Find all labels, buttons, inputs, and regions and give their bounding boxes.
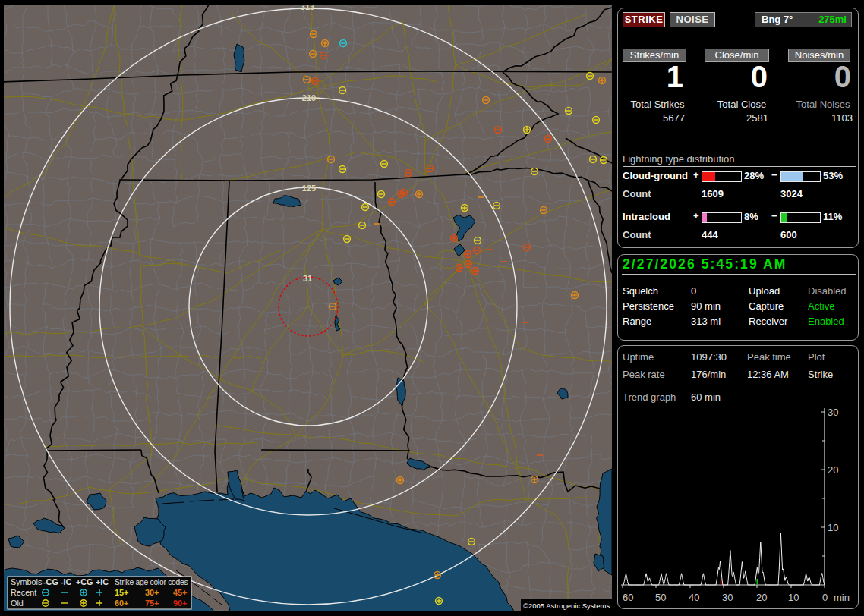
svg-text:60+: 60+ <box>115 599 128 608</box>
svg-text:Old: Old <box>11 599 24 608</box>
svg-text:30: 30 <box>828 407 838 418</box>
svg-text:60: 60 <box>623 592 633 603</box>
svg-text:90+: 90+ <box>173 599 187 608</box>
svg-text:-CG: -CG <box>43 577 58 586</box>
svg-text:©2005 Astrogenic Systems: ©2005 Astrogenic Systems <box>523 602 610 610</box>
svg-text:75+: 75+ <box>145 599 159 608</box>
svg-text:219: 219 <box>302 93 316 102</box>
svg-text:+CG: +CG <box>76 577 93 586</box>
svg-text:45+: 45+ <box>173 588 187 597</box>
svg-text:20: 20 <box>828 464 838 476</box>
svg-text:0: 0 <box>822 592 828 603</box>
svg-text:50: 50 <box>655 592 666 603</box>
svg-text:Strike age color codes: Strike age color codes <box>115 578 188 586</box>
svg-text:15+: 15+ <box>115 588 128 597</box>
svg-text:10: 10 <box>788 592 799 603</box>
svg-text:+IC: +IC <box>96 577 109 586</box>
svg-text:Recent: Recent <box>11 588 36 597</box>
svg-text:10: 10 <box>828 522 838 533</box>
svg-text:30+: 30+ <box>145 588 159 597</box>
svg-text:30: 30 <box>722 592 733 603</box>
svg-text:20: 20 <box>756 592 767 603</box>
svg-text:125: 125 <box>302 184 316 193</box>
svg-text:31: 31 <box>303 274 312 283</box>
svg-text:-IC: -IC <box>61 577 72 586</box>
svg-text:40: 40 <box>689 592 699 603</box>
svg-text:Symbols: Symbols <box>11 577 43 586</box>
svg-text:min: min <box>834 592 850 603</box>
